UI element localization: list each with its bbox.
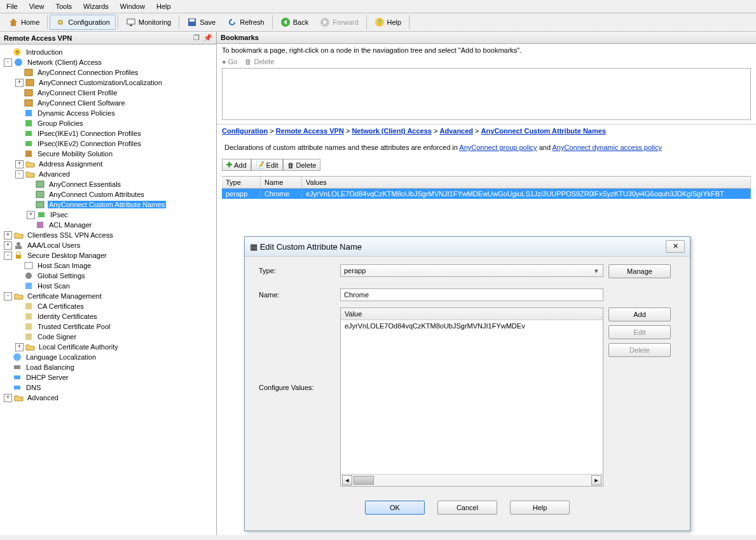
- edit-attr-button[interactable]: 📝 Edit: [251, 159, 283, 171]
- tree-node-label: AnyConnect Essentials: [48, 180, 122, 188]
- menu-file[interactable]: File: [6, 3, 18, 10]
- menu-wizards[interactable]: Wizards: [83, 3, 109, 10]
- forward-button[interactable]: Forward: [314, 15, 364, 30]
- value-add-button[interactable]: Add: [608, 307, 671, 321]
- tree-node-certificate-management[interactable]: -Certificate Management: [1, 291, 215, 301]
- svg-point-27: [17, 242, 20, 246]
- restore-pane-icon[interactable]: ❐: [193, 34, 200, 41]
- tree-node-identity-certificates[interactable]: Identity Certificates: [1, 311, 215, 321]
- tree-node-acl-manager[interactable]: ACL Manager: [1, 220, 215, 230]
- delete-attr-button[interactable]: 🗑 Delete: [283, 159, 321, 171]
- save-button[interactable]: Save: [181, 15, 221, 30]
- tree-node-address-assignment[interactable]: +Address Assignment: [1, 159, 215, 169]
- bookmarks-delete-button[interactable]: 🗑 Delete: [245, 58, 274, 65]
- attr-table-row[interactable]: perapp Chrome eJyrVnLOLE7Od84vqCzKTM8oUb…: [222, 189, 751, 199]
- refresh-button[interactable]: Refresh: [221, 15, 270, 30]
- tree-node-ipsec-ikev1-connection-profiles[interactable]: IPsec(IKEv1) Connection Profiles: [1, 128, 215, 138]
- tree-node-global-settings[interactable]: Global Settings: [1, 271, 215, 281]
- bookmarks-go-button[interactable]: ● Go: [222, 58, 237, 65]
- cancel-button[interactable]: Cancel: [437, 501, 497, 515]
- monitoring-button[interactable]: Monitoring: [120, 15, 177, 30]
- back-button[interactable]: Back: [275, 15, 314, 30]
- tree-node-advanced[interactable]: +Advanced: [1, 393, 215, 403]
- tree-node-language-localization[interactable]: Language Localization: [1, 352, 215, 362]
- menu-help[interactable]: Help: [156, 3, 171, 10]
- tree-node-host-scan[interactable]: Host Scan: [1, 281, 215, 291]
- menu-view[interactable]: View: [29, 3, 45, 10]
- bookmarks-listbox[interactable]: [222, 68, 751, 120]
- breadcrumb-configuration[interactable]: Configuration: [222, 127, 268, 135]
- value-edit-button[interactable]: Edit: [608, 325, 671, 339]
- type-select[interactable]: [340, 264, 603, 277]
- tree-expander-icon: [15, 334, 22, 341]
- tree-node-ipsec[interactable]: +IPsec: [1, 210, 215, 220]
- tree-node-ipsec-ikev2-connection-profiles[interactable]: IPsec(IKEv2) Connection Profiles: [1, 138, 215, 149]
- menu-window[interactable]: Window: [120, 3, 145, 10]
- breadcrumb-advanced[interactable]: Advanced: [439, 127, 473, 135]
- dap-link[interactable]: AnyConnect dynamic access policy: [553, 144, 662, 151]
- help-button[interactable]: ? Help: [369, 15, 408, 30]
- tree-node-ca-certificates[interactable]: CA Certificates: [1, 301, 215, 311]
- tree-node-anyconnect-connection-profiles[interactable]: AnyConnect Connection Profiles: [1, 67, 215, 78]
- tree-expander-icon[interactable]: +: [4, 231, 12, 240]
- tree-node-local-certificate-authority[interactable]: +Local Certificate Authority: [1, 342, 215, 352]
- tree-expander-icon[interactable]: +: [27, 211, 35, 219]
- ok-button[interactable]: OK: [365, 501, 425, 515]
- tree-node-trusted-certificate-pool[interactable]: Trusted Certificate Pool: [1, 321, 215, 332]
- tree-expander-icon[interactable]: +: [15, 79, 24, 87]
- tree-expander-icon[interactable]: -: [4, 292, 12, 300]
- manage-button[interactable]: Manage: [608, 264, 671, 278]
- scroll-right-icon[interactable]: ►: [591, 475, 601, 485]
- home-button[interactable]: Home: [3, 15, 45, 30]
- breadcrumb-ravpn[interactable]: Remote Access VPN: [276, 127, 344, 135]
- tree-node-load-balancing[interactable]: Load Balancing: [1, 362, 215, 372]
- dialog-close-button[interactable]: ✕: [666, 240, 685, 253]
- tree-node-anyconnect-custom-attributes[interactable]: AnyConnect Custom Attributes: [1, 189, 215, 199]
- tree-expander-icon[interactable]: -: [4, 58, 12, 67]
- tree-expander-icon: [15, 283, 22, 290]
- configuration-button[interactable]: Configuration: [50, 15, 115, 30]
- tree-expander-icon[interactable]: -: [15, 170, 24, 179]
- tree-expander-icon[interactable]: +: [15, 343, 24, 351]
- tree-node-aaa-local-users[interactable]: +AAA/Local Users: [1, 240, 215, 250]
- tree-node-anyconnect-customization-localization[interactable]: +AnyConnect Customization/Localization: [1, 78, 215, 88]
- tree-node-clientless-ssl-vpn-access[interactable]: +Clientless SSL VPN Access: [1, 230, 215, 240]
- tree-expander-icon[interactable]: +: [4, 241, 12, 250]
- scroll-left-icon[interactable]: ◄: [342, 475, 352, 485]
- scroll-thumb[interactable]: [354, 476, 374, 485]
- navigation-tree[interactable]: ?Introduction-Network (Client) AccessAny…: [0, 44, 216, 535]
- tree-node-anyconnect-essentials[interactable]: AnyConnect Essentials: [1, 179, 215, 189]
- add-attr-button[interactable]: ✚ Add: [222, 159, 251, 171]
- tree-expander-icon[interactable]: +: [15, 160, 24, 168]
- tree-node-network-client-access[interactable]: -Network (Client) Access: [1, 57, 215, 67]
- value-delete-button[interactable]: Delete: [608, 343, 671, 357]
- value-row[interactable]: eJyrVnLOLE7Od84vqCzKTM8oUbJSgrMVNJI1FYwM…: [341, 320, 603, 332]
- tree-node-secure-desktop-manager[interactable]: -Secure Desktop Manager: [1, 250, 215, 260]
- tree-node-anyconnect-custom-attribute-names[interactable]: AnyConnect Custom Attribute Names: [1, 199, 215, 210]
- tree-node-host-scan-image[interactable]: Host Scan Image: [1, 260, 215, 271]
- values-hscroll[interactable]: ◄ ►: [341, 474, 603, 486]
- tree-node-dynamic-access-policies[interactable]: Dynamic Access Policies: [1, 108, 215, 118]
- tree-node-secure-mobility-solution[interactable]: Secure Mobility Solution: [1, 149, 215, 159]
- dialog-help-button[interactable]: Help: [510, 501, 570, 515]
- tree-node-label: Dynamic Access Policies: [36, 109, 116, 117]
- tree-node-anyconnect-client-software[interactable]: AnyConnect Client Software: [1, 98, 215, 108]
- pin-icon[interactable]: 📌: [203, 34, 212, 41]
- tree-node-group-policies[interactable]: Group Policies: [1, 118, 215, 128]
- tree-node-advanced[interactable]: -Advanced: [1, 169, 215, 179]
- tree-node-introduction[interactable]: ?Introduction: [1, 47, 215, 57]
- back-icon: [280, 17, 291, 27]
- tree-node-anyconnect-client-profile[interactable]: AnyConnect Client Profile: [1, 88, 215, 98]
- values-listbox[interactable]: Value eJyrVnLOLE7Od84vqCzKTM8oUbJSgrMVNJ…: [340, 307, 603, 487]
- breadcrumb-nca[interactable]: Network (Client) Access: [352, 127, 432, 135]
- tree-node-dns[interactable]: DNS: [1, 382, 215, 393]
- group-policy-link[interactable]: AnyConnect group policy: [459, 144, 537, 151]
- menu-tools[interactable]: Tools: [55, 3, 72, 10]
- tree-node-code-signer[interactable]: Code Signer: [1, 332, 215, 342]
- tree-expander-icon[interactable]: -: [4, 252, 12, 260]
- name-input[interactable]: [340, 288, 603, 301]
- tree-expander-icon[interactable]: +: [4, 394, 12, 402]
- tree-node-dhcp-server[interactable]: DHCP Server: [1, 372, 215, 382]
- svg-rect-13: [25, 69, 32, 76]
- acl-icon: [36, 220, 46, 229]
